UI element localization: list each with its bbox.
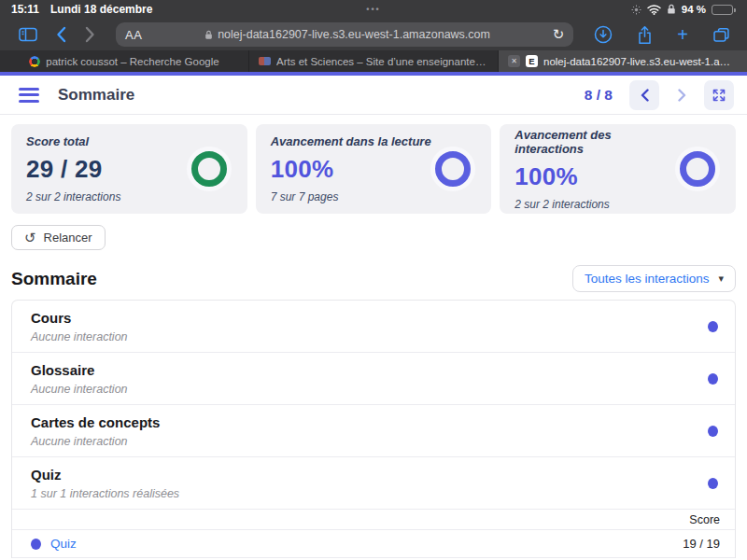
close-tab-icon[interactable]: ✕ bbox=[508, 55, 520, 67]
web-page: Sommaire 8 / 8 bbox=[0, 76, 747, 560]
summary-list: Cours Aucune interaction Glossaire Aucun… bbox=[11, 300, 736, 558]
summary-section-header: Sommaire Toutes les interactions ▾ bbox=[11, 265, 736, 292]
tls-lock-icon bbox=[204, 30, 213, 40]
sidebar-toggle-icon[interactable] bbox=[19, 27, 37, 42]
reload-button[interactable]: ↻ bbox=[553, 26, 565, 43]
status-dot-icon bbox=[708, 426, 718, 437]
address-bar[interactable]: AA nolej-data162907-live.s3.eu-west-1.am… bbox=[116, 22, 573, 47]
summary-title: Sommaire bbox=[11, 269, 97, 289]
score-ring-icon bbox=[191, 151, 227, 187]
lock-icon bbox=[667, 4, 676, 15]
google-favicon-icon bbox=[29, 56, 40, 67]
share-icon[interactable] bbox=[637, 25, 653, 45]
score-column-header: Score bbox=[12, 510, 735, 530]
card-score-total: Score total 29 / 29 2 sur 2 interactions bbox=[11, 124, 247, 214]
wifi-icon bbox=[647, 5, 661, 15]
list-item-cours[interactable]: Cours Aucune interaction bbox=[12, 301, 735, 353]
status-bar: 15:11 Lundi 18 décembre ••• bbox=[0, 0, 747, 19]
status-dot-icon bbox=[708, 373, 718, 385]
reader-options-button[interactable]: AA bbox=[125, 28, 142, 42]
quiz-score: 19 / 19 bbox=[683, 537, 720, 551]
back-button[interactable] bbox=[56, 26, 66, 43]
safari-toolbar: AA nolej-data162907-live.s3.eu-west-1.am… bbox=[0, 19, 747, 50]
reading-ring-icon bbox=[435, 151, 471, 187]
status-dot-icon bbox=[708, 478, 718, 489]
score-row-quiz: Quiz 19 / 19 bbox=[12, 530, 735, 558]
forward-button[interactable] bbox=[85, 26, 95, 43]
status-dot-icon bbox=[708, 321, 718, 332]
list-item-quiz[interactable]: Quiz 1 sur 1 interactions réalisées bbox=[12, 457, 735, 510]
list-item-cartes[interactable]: Cartes de concepts Aucune interaction bbox=[12, 405, 735, 457]
tab-google-search[interactable]: patrick coussot – Recherche Google bbox=[0, 50, 249, 72]
card-interactions-progress: Avancement des interactions 100% 2 sur 2… bbox=[500, 124, 736, 214]
tab-nolej-active[interactable]: ✕ E nolej-data162907-live.s3.eu-west-1.a… bbox=[499, 50, 747, 72]
restart-icon: ↺ bbox=[24, 231, 36, 245]
page-counter: 8 / 8 bbox=[585, 87, 613, 104]
brightness-icon bbox=[631, 5, 641, 15]
menu-icon[interactable] bbox=[19, 88, 39, 103]
page-header: Sommaire 8 / 8 bbox=[0, 76, 747, 115]
battery-percent: 94 % bbox=[682, 4, 706, 15]
card-reading-progress: Avancement dans la lecture 100% 7 sur 7 … bbox=[256, 124, 492, 214]
stats-cards: Score total 29 / 29 2 sur 2 interactions… bbox=[11, 124, 736, 214]
interactions-ring-icon bbox=[680, 151, 715, 187]
site-favicon-icon bbox=[259, 57, 271, 65]
date: Lundi 18 décembre bbox=[50, 3, 152, 16]
url-text: nolej-data162907-live.s3.eu-west-1.amazo… bbox=[218, 28, 490, 41]
list-item-glossaire[interactable]: Glossaire Aucune interaction bbox=[12, 353, 735, 405]
e-favicon-icon: E bbox=[526, 55, 538, 67]
interactions-filter-dropdown[interactable]: Toutes les interactions ▾ bbox=[572, 265, 736, 292]
status-dot-icon bbox=[31, 539, 41, 550]
tabs-overview-icon[interactable] bbox=[712, 27, 730, 43]
page-title: Sommaire bbox=[58, 86, 134, 105]
new-tab-button[interactable]: + bbox=[677, 25, 688, 44]
fullscreen-icon[interactable] bbox=[704, 80, 734, 110]
tab-bar: patrick coussot – Recherche Google Arts … bbox=[0, 50, 747, 72]
clock: 15:11 bbox=[11, 3, 39, 16]
tab-arts-sciences[interactable]: Arts et Sciences – Site d’une enseignant… bbox=[249, 50, 499, 72]
prev-page-button[interactable] bbox=[629, 80, 659, 110]
battery-icon bbox=[712, 5, 733, 15]
next-page-button[interactable] bbox=[667, 80, 697, 110]
restart-button[interactable]: ↺ Relancer bbox=[11, 225, 106, 250]
ipad-screen: 15:11 Lundi 18 décembre ••• bbox=[0, 0, 747, 560]
chevron-down-icon: ▾ bbox=[718, 273, 724, 285]
download-icon[interactable] bbox=[594, 25, 613, 44]
quiz-link[interactable]: Quiz bbox=[50, 537, 77, 551]
